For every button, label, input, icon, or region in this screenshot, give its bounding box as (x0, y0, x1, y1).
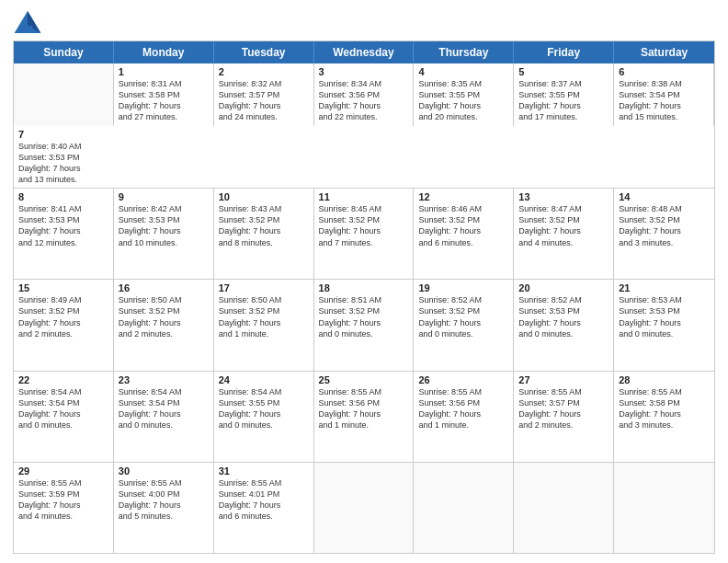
cell-info-line: and 3 minutes. (619, 237, 710, 248)
day-cell-9: 9Sunrise: 8:42 AMSunset: 3:53 PMDaylight… (114, 189, 214, 279)
cell-info-line: Sunset: 3:58 PM (119, 89, 209, 100)
day-number: 18 (319, 282, 409, 293)
day-number: 12 (418, 191, 508, 202)
cell-info-line: and 3 minutes. (619, 419, 710, 431)
svg-rect-2 (22, 26, 32, 33)
cell-info-line: Sunset: 3:52 PM (418, 214, 508, 225)
cell-info-line: and 2 minutes. (518, 419, 609, 431)
day-cell-23: 23Sunrise: 8:54 AMSunset: 3:54 PMDayligh… (114, 372, 214, 462)
day-cell-18: 18Sunrise: 8:51 AMSunset: 3:52 PMDayligh… (314, 280, 415, 370)
cell-info-line: Sunset: 3:52 PM (119, 305, 209, 316)
cell-info-line: and 0 minutes. (319, 328, 409, 339)
day-number: 11 (319, 191, 409, 202)
cell-info-line: Daylight: 7 hours (219, 225, 309, 236)
cell-info-line: Sunrise: 8:47 AM (518, 203, 609, 214)
header-day-thursday: Thursday (414, 41, 514, 63)
day-cell-1: 1Sunrise: 8:31 AMSunset: 3:58 PMDaylight… (114, 63, 214, 126)
week-row-5: 29Sunrise: 8:55 AMSunset: 3:59 PMDayligh… (14, 462, 714, 553)
day-cell-30: 30Sunrise: 8:55 AMSunset: 4:00 PMDayligh… (114, 463, 214, 553)
calendar-header: SundayMondayTuesdayWednesdayThursdayFrid… (14, 41, 714, 63)
day-number: 26 (418, 374, 508, 385)
cell-info-line: and 10 minutes. (119, 237, 209, 248)
cell-info-line: and 1 minute. (219, 328, 309, 339)
cell-info-line: Sunrise: 8:55 AM (518, 386, 609, 397)
cell-info-line: Daylight: 7 hours (518, 100, 609, 111)
cell-info-line: and 27 minutes. (119, 111, 209, 122)
calendar-body: 1Sunrise: 8:31 AMSunset: 3:58 PMDaylight… (14, 63, 714, 553)
cell-info-line: Sunset: 3:52 PM (219, 214, 309, 225)
cell-info-line: Daylight: 7 hours (418, 100, 508, 111)
day-cell-28: 28Sunrise: 8:55 AMSunset: 3:58 PMDayligh… (614, 372, 714, 462)
header-day-monday: Monday (114, 41, 214, 63)
cell-info-line: Sunrise: 8:55 AM (418, 386, 508, 397)
cell-info-line: Daylight: 7 hours (18, 317, 108, 328)
cell-info-line: and 0 minutes. (18, 419, 108, 431)
cell-info-line: and 22 minutes. (319, 111, 409, 122)
empty-cell (414, 463, 514, 553)
day-cell-13: 13Sunrise: 8:47 AMSunset: 3:52 PMDayligh… (514, 189, 614, 279)
cell-info-line: Sunrise: 8:46 AM (418, 203, 508, 214)
cell-info-line: Sunset: 3:55 PM (418, 89, 508, 100)
cell-info-line: Daylight: 7 hours (418, 225, 508, 236)
header-day-wednesday: Wednesday (314, 41, 415, 63)
cell-info-line: and 6 minutes. (418, 237, 508, 248)
day-number: 25 (319, 374, 409, 385)
cell-info-line: Daylight: 7 hours (619, 100, 709, 111)
calendar: SundayMondayTuesdayWednesdayThursdayFrid… (13, 40, 715, 554)
cell-info-line: Sunrise: 8:54 AM (18, 386, 108, 397)
cell-info-line: Sunset: 3:52 PM (518, 214, 609, 225)
cell-info-line: and 5 minutes. (119, 511, 209, 522)
week-row-2: 8Sunrise: 8:41 AMSunset: 3:53 PMDaylight… (14, 188, 714, 279)
day-cell-24: 24Sunrise: 8:54 AMSunset: 3:55 PMDayligh… (214, 372, 314, 462)
day-cell-10: 10Sunrise: 8:43 AMSunset: 3:52 PMDayligh… (214, 189, 314, 279)
day-cell-8: 8Sunrise: 8:41 AMSunset: 3:53 PMDaylight… (14, 189, 114, 279)
cell-info-line: Sunset: 3:52 PM (619, 214, 710, 225)
cell-info-line: Daylight: 7 hours (619, 225, 710, 236)
cell-info-line: Daylight: 7 hours (219, 408, 309, 419)
cell-info-line: and 7 minutes. (319, 237, 409, 248)
cell-info-line: Daylight: 7 hours (418, 317, 508, 328)
cell-info-line: Daylight: 7 hours (518, 317, 609, 328)
cell-info-line: Daylight: 7 hours (319, 317, 409, 328)
cell-info-line: Sunrise: 8:54 AM (119, 386, 209, 397)
cell-info-line: and 2 minutes. (18, 328, 108, 339)
cell-info-line: Daylight: 7 hours (619, 408, 710, 419)
header-day-tuesday: Tuesday (214, 41, 314, 63)
cell-info-line: and 2 minutes. (119, 328, 209, 339)
cell-info-line: Sunset: 3:53 PM (619, 305, 710, 316)
cell-info-line: Sunrise: 8:54 AM (219, 386, 309, 397)
cell-info-line: and 4 minutes. (518, 237, 609, 248)
cell-info-line: Sunset: 3:52 PM (219, 305, 309, 316)
cell-info-line: and 0 minutes. (219, 419, 309, 431)
empty-cell (614, 463, 714, 553)
cell-info-line: Sunset: 3:55 PM (518, 89, 609, 100)
cell-info-line: Sunrise: 8:45 AM (319, 203, 409, 214)
cell-info-line: Daylight: 7 hours (119, 100, 209, 111)
cell-info-line: Sunset: 3:56 PM (319, 89, 409, 100)
cell-info-line: and 0 minutes. (418, 328, 508, 339)
calendar-container: SundayMondayTuesdayWednesdayThursdayFrid… (0, 0, 728, 563)
cell-info-line: Sunset: 3:53 PM (119, 214, 209, 225)
day-cell-17: 17Sunrise: 8:50 AMSunset: 3:52 PMDayligh… (214, 280, 314, 370)
cell-info-line: Sunrise: 8:55 AM (219, 477, 309, 488)
cell-info-line: Sunrise: 8:53 AM (619, 294, 710, 305)
cell-info-line: Sunrise: 8:55 AM (319, 386, 409, 397)
header (13, 9, 715, 35)
day-number: 31 (219, 465, 309, 477)
day-number: 6 (619, 66, 709, 77)
cell-info-line: Daylight: 7 hours (18, 500, 108, 511)
cell-info-line: Sunset: 3:54 PM (619, 89, 709, 100)
logo (13, 9, 46, 35)
cell-info-line: Daylight: 7 hours (418, 408, 508, 419)
cell-info-line: and 24 minutes. (219, 111, 309, 122)
header-day-friday: Friday (514, 41, 614, 63)
cell-info-line: Daylight: 7 hours (518, 225, 609, 236)
day-number: 7 (18, 129, 109, 140)
cell-info-line: Sunset: 3:56 PM (319, 397, 409, 408)
cell-info-line: Daylight: 7 hours (119, 317, 209, 328)
cell-info-line: and 8 minutes. (219, 237, 309, 248)
cell-info-line: Sunrise: 8:40 AM (18, 141, 109, 152)
day-cell-20: 20Sunrise: 8:52 AMSunset: 3:53 PMDayligh… (514, 280, 614, 370)
cell-info-line: Sunset: 3:53 PM (518, 305, 609, 316)
day-cell-27: 27Sunrise: 8:55 AMSunset: 3:57 PMDayligh… (514, 372, 614, 462)
